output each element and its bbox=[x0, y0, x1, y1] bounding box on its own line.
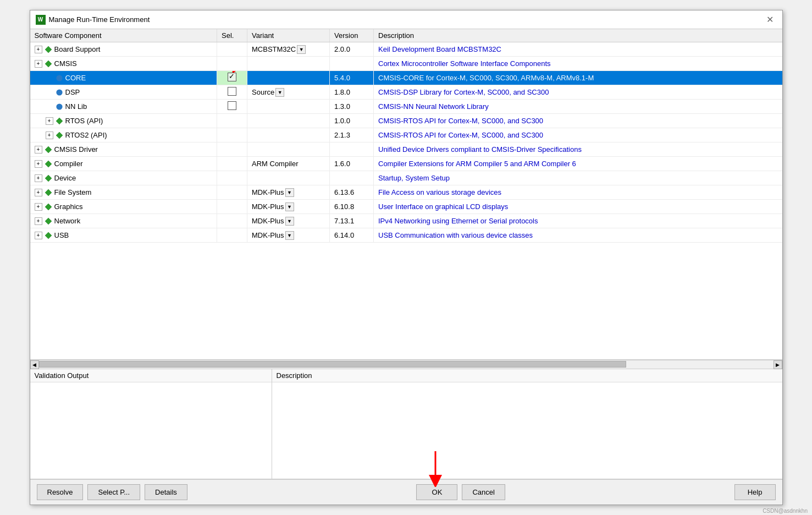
variant-cell: MDK-Plus ▼ bbox=[247, 200, 330, 214]
table-row[interactable]: +Board Support MCBSTM32C ▼ 2.0.0Keil Dev… bbox=[30, 42, 782, 57]
details-button[interactable]: Details bbox=[145, 484, 187, 500]
description-link[interactable]: USB Communication with various device cl… bbox=[378, 231, 533, 239]
expand-btn[interactable]: + bbox=[35, 189, 42, 196]
dropdown-arrow[interactable]: ▼ bbox=[285, 188, 294, 197]
sel-cell[interactable] bbox=[217, 143, 247, 157]
diamond-icon bbox=[45, 189, 52, 196]
checkbox-checked[interactable] bbox=[228, 73, 236, 81]
description-link[interactable]: Unified Device Drivers compliant to CMSI… bbox=[378, 145, 582, 154]
sel-cell[interactable] bbox=[217, 71, 247, 85]
table-row[interactable]: +CMSISCortex Microcontroller Software In… bbox=[30, 57, 782, 71]
expand-btn[interactable]: + bbox=[46, 117, 53, 125]
description-cell: CMSIS-NN Neural Network Library bbox=[374, 100, 782, 114]
select-p-button[interactable]: Select P... bbox=[87, 484, 140, 500]
expand-btn[interactable]: + bbox=[35, 46, 42, 53]
variant-cell bbox=[247, 100, 330, 114]
component-cell: +Device bbox=[30, 171, 217, 185]
table-row[interactable]: +CMSIS DriverUnified Device Drivers comp… bbox=[30, 143, 782, 157]
dropdown-arrow[interactable]: ▼ bbox=[297, 45, 306, 54]
expand-btn[interactable]: + bbox=[35, 217, 42, 225]
sel-cell[interactable] bbox=[217, 214, 247, 228]
expand-btn[interactable]: + bbox=[35, 203, 42, 211]
description-link[interactable]: IPv4 Networking using Ethernet or Serial… bbox=[378, 217, 538, 225]
scroll-thumb[interactable] bbox=[39, 361, 627, 368]
expand-btn[interactable]: + bbox=[46, 132, 53, 139]
version-cell bbox=[330, 57, 374, 71]
checkbox-unchecked[interactable] bbox=[228, 87, 236, 96]
table-row[interactable]: +File System MDK-Plus ▼ 6.13.6File Acces… bbox=[30, 185, 782, 200]
table-row[interactable]: CORE 5.4.0CMSIS-CORE for Cortex-M, SC000… bbox=[30, 71, 782, 85]
variant-select[interactable]: MDK-Plus ▼ bbox=[252, 231, 325, 240]
dropdown-arrow[interactable]: ▼ bbox=[275, 88, 284, 97]
variant-cell bbox=[247, 171, 330, 185]
sel-cell[interactable] bbox=[217, 57, 247, 71]
cancel-button[interactable]: Cancel bbox=[462, 484, 505, 500]
checkbox-unchecked[interactable] bbox=[228, 101, 236, 110]
variant-cell: MDK-Plus ▼ bbox=[247, 185, 330, 200]
sel-cell[interactable] bbox=[217, 185, 247, 200]
sel-cell[interactable] bbox=[217, 42, 247, 57]
ok-button[interactable]: OK bbox=[416, 484, 457, 500]
svg-point-5 bbox=[56, 89, 62, 95]
version-cell: 1.8.0 bbox=[330, 85, 374, 100]
table-row[interactable]: +DeviceStartup, System Setup bbox=[30, 171, 782, 185]
description-link[interactable]: Cortex Microcontroller Software Interfac… bbox=[378, 59, 551, 68]
svg-marker-10 bbox=[45, 161, 52, 167]
scroll-left-btn[interactable]: ◀ bbox=[30, 360, 39, 369]
dropdown-arrow[interactable]: ▼ bbox=[285, 231, 294, 240]
validation-body bbox=[30, 382, 272, 479]
table-row[interactable]: +CompilerARM Compiler1.6.0Compiler Exten… bbox=[30, 157, 782, 171]
description-link[interactable]: User Interface on graphical LCD displays bbox=[378, 202, 508, 211]
dropdown-arrow[interactable]: ▼ bbox=[285, 202, 294, 211]
close-button[interactable]: ✕ bbox=[764, 13, 777, 26]
sel-cell[interactable] bbox=[217, 114, 247, 128]
table-row[interactable]: +RTOS (API)1.0.0CMSIS-RTOS API for Corte… bbox=[30, 114, 782, 128]
scroll-right-btn[interactable]: ▶ bbox=[774, 360, 782, 369]
variant-cell bbox=[247, 57, 330, 71]
description-link[interactable]: CMSIS-CORE for Cortex-M, SC000, SC300, A… bbox=[378, 74, 594, 82]
help-button[interactable]: Help bbox=[734, 484, 776, 500]
description-link[interactable]: File Access on various storage devices bbox=[378, 188, 501, 196]
variant-select[interactable]: MDK-Plus ▼ bbox=[252, 188, 325, 197]
table-row[interactable]: NN Lib1.3.0CMSIS-NN Neural Network Libra… bbox=[30, 100, 782, 114]
sel-cell[interactable] bbox=[217, 200, 247, 214]
table-row[interactable]: +RTOS2 (API)2.1.3CMSIS-RTOS API for Cort… bbox=[30, 128, 782, 143]
expand-btn[interactable]: + bbox=[35, 232, 42, 239]
variant-select[interactable]: MDK-Plus ▼ bbox=[252, 202, 325, 211]
header-description: Description bbox=[374, 29, 782, 42]
expand-btn[interactable]: + bbox=[35, 146, 42, 154]
table-row[interactable]: +Network MDK-Plus ▼ 7.13.1IPv4 Networkin… bbox=[30, 214, 782, 228]
table-area: Software Component Sel. Variant Version … bbox=[30, 29, 782, 360]
sel-cell[interactable] bbox=[217, 85, 247, 100]
sel-cell[interactable] bbox=[217, 157, 247, 171]
description-link[interactable]: CMSIS-DSP Library for Cortex-M, SC000, a… bbox=[378, 88, 549, 96]
svg-marker-11 bbox=[45, 175, 52, 182]
dropdown-arrow[interactable]: ▼ bbox=[285, 217, 294, 226]
description-cell: CMSIS-DSP Library for Cortex-M, SC000, a… bbox=[374, 85, 782, 100]
svg-marker-8 bbox=[56, 132, 63, 139]
svg-marker-14 bbox=[45, 218, 52, 224]
validation-panel: Validation Output bbox=[30, 369, 272, 479]
table-row[interactable]: DSP Source ▼ 1.8.0CMSIS-DSP Library for … bbox=[30, 85, 782, 100]
resolve-button[interactable]: Resolve bbox=[37, 484, 84, 500]
description-link[interactable]: CMSIS-RTOS API for Cortex-M, SC000, and … bbox=[378, 117, 543, 125]
variant-select[interactable]: Source ▼ bbox=[252, 88, 325, 97]
description-link[interactable]: CMSIS-NN Neural Network Library bbox=[378, 102, 489, 111]
sel-cell[interactable] bbox=[217, 100, 247, 114]
description-link[interactable]: Startup, System Setup bbox=[378, 174, 450, 182]
sel-cell[interactable] bbox=[217, 228, 247, 243]
component-name: Network bbox=[54, 217, 81, 225]
horizontal-scrollbar[interactable]: ◀ ▶ bbox=[30, 360, 782, 369]
description-link[interactable]: CMSIS-RTOS API for Cortex-M, SC000, and … bbox=[378, 131, 543, 139]
sel-cell[interactable] bbox=[217, 171, 247, 185]
variant-select[interactable]: MCBSTM32C ▼ bbox=[252, 45, 325, 54]
table-row[interactable]: +Graphics MDK-Plus ▼ 6.10.8User Interfac… bbox=[30, 200, 782, 214]
description-link[interactable]: Compiler Extensions for ARM Compiler 5 a… bbox=[378, 160, 576, 168]
variant-select[interactable]: MDK-Plus ▼ bbox=[252, 217, 325, 226]
expand-btn[interactable]: + bbox=[35, 60, 42, 68]
table-row[interactable]: +USB MDK-Plus ▼ 6.14.0USB Communication … bbox=[30, 228, 782, 243]
sel-cell[interactable] bbox=[217, 128, 247, 143]
description-link[interactable]: Keil Development Board MCBSTM32C bbox=[378, 45, 501, 53]
expand-btn[interactable]: + bbox=[35, 174, 42, 182]
expand-btn[interactable]: + bbox=[35, 160, 42, 168]
